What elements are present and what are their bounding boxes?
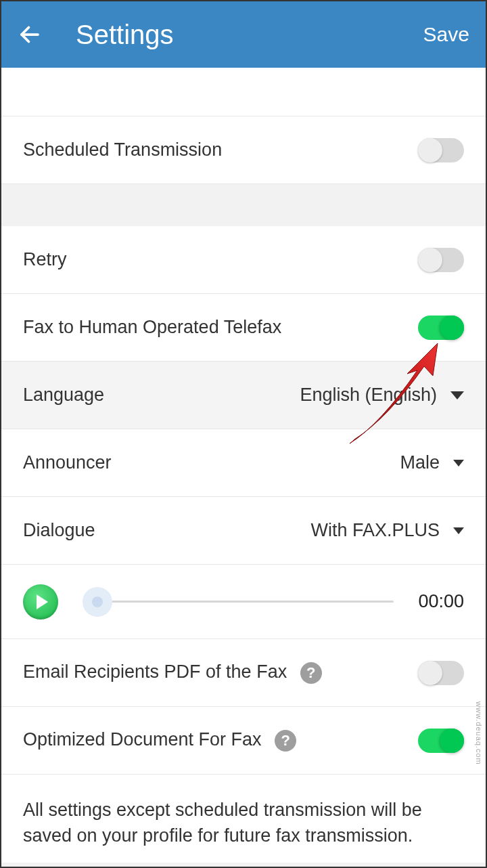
watermark: www.deuaq.com — [475, 701, 483, 765]
optimize-text: Optimized Document For Fax — [23, 729, 262, 750]
language-row[interactable]: Language English (English) — [1, 362, 486, 429]
announcer-row[interactable]: Announcer Male — [1, 429, 486, 497]
retry-toggle[interactable] — [418, 248, 464, 272]
retry-label: Retry — [23, 249, 418, 270]
audio-time: 00:00 — [418, 591, 464, 612]
spacer-top — [1, 68, 486, 116]
language-value: English (English) — [300, 385, 437, 406]
help-icon[interactable]: ? — [275, 730, 296, 752]
audio-slider[interactable] — [87, 588, 394, 615]
section-gap — [1, 184, 486, 226]
chevron-down-icon — [453, 527, 464, 534]
dialogue-label: Dialogue — [23, 520, 310, 541]
slider-track — [87, 601, 394, 603]
fax-human-toggle[interactable] — [418, 316, 464, 340]
slider-thumb[interactable] — [83, 587, 112, 617]
fax-human-label: Fax to Human Operated Telefax — [23, 317, 418, 338]
announcer-label: Announcer — [23, 452, 400, 473]
scheduled-transmission-label: Scheduled Transmission — [23, 139, 418, 160]
page-title: Settings — [76, 20, 423, 50]
scheduled-transmission-toggle[interactable] — [418, 138, 464, 162]
optimize-label: Optimized Document For Fax ? — [23, 729, 418, 752]
app-header: Settings Save — [1, 1, 486, 68]
play-button[interactable] — [23, 584, 58, 620]
optimize-toggle[interactable] — [418, 729, 464, 753]
email-pdf-toggle[interactable] — [418, 661, 464, 685]
save-button[interactable]: Save — [423, 23, 469, 46]
retry-row[interactable]: Retry — [1, 226, 486, 294]
email-pdf-row[interactable]: Email Recipients PDF of the Fax ? — [1, 639, 486, 707]
announcer-value: Male — [400, 452, 440, 473]
email-pdf-label: Email Recipients PDF of the Fax ? — [23, 661, 418, 684]
email-pdf-text: Email Recipients PDF of the Fax — [23, 661, 287, 682]
back-arrow-icon[interactable] — [18, 22, 42, 47]
fax-human-row[interactable]: Fax to Human Operated Telefax — [1, 294, 486, 362]
dialogue-value: With FAX.PLUS — [310, 520, 440, 541]
scheduled-transmission-row[interactable]: Scheduled Transmission — [1, 116, 486, 184]
chevron-down-icon — [450, 391, 464, 399]
dialogue-row[interactable]: Dialogue With FAX.PLUS — [1, 497, 486, 565]
footer-note: All settings except scheduled transmissi… — [1, 775, 486, 863]
help-icon[interactable]: ? — [300, 662, 322, 684]
optimize-row[interactable]: Optimized Document For Fax ? — [1, 707, 486, 775]
chevron-down-icon — [453, 460, 464, 466]
language-label: Language — [23, 385, 300, 406]
audio-preview-row: 00:00 — [1, 565, 486, 639]
